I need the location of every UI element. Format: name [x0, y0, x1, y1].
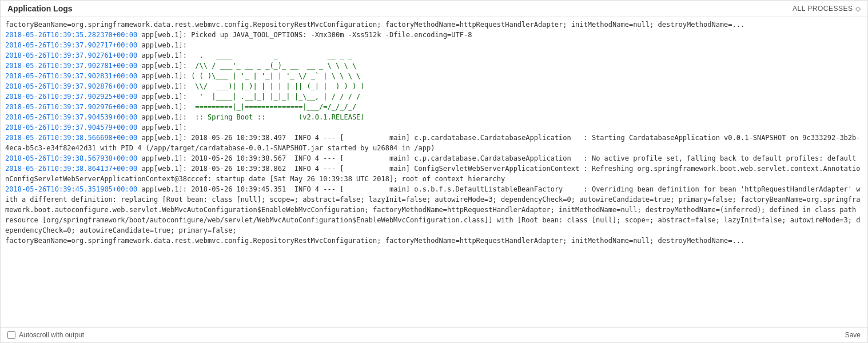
log-process: app[web.1]: — [141, 113, 186, 121]
log-line: 2018-05-26T10:39:37.902976+00:00 app[web… — [5, 102, 863, 112]
header: Application Logs ALL PROCESSES ◇ — [1, 1, 867, 17]
log-container[interactable]: factoryBeanName=org.springframework.data… — [1, 17, 867, 327]
log-line: 2018-05-26T10:39:37.902717+00:00 app[web… — [5, 40, 863, 50]
log-line: 2018-05-26T10:39:45.351905+00:00 app[web… — [5, 184, 863, 236]
log-line: 2018-05-26T10:39:35.282370+00:00 app[web… — [5, 30, 863, 40]
autoscroll-text: Autoscroll with output — [19, 331, 84, 339]
log-line: 2018-05-26T10:39:37.902876+00:00 app[web… — [5, 81, 863, 91]
all-processes-label: ALL PROCESSES — [793, 5, 853, 13]
autoscroll-checkbox[interactable] — [7, 331, 15, 339]
log-timestamp: 2018-05-26T10:39:38.566698+00:00 — [5, 134, 137, 142]
log-line: 2018-05-26T10:39:37.902831+00:00 app[web… — [5, 71, 863, 81]
save-button[interactable]: Save — [845, 331, 861, 339]
log-message: =========|_|==============|___/=/_/_/_/ — [187, 103, 356, 111]
log-process: app[web.1]: — [141, 123, 186, 131]
log-process: app[web.1]: — [141, 51, 186, 59]
log-process: app[web.1]: — [141, 72, 186, 80]
log-timestamp: 2018-05-26T10:39:45.351905+00:00 — [5, 185, 137, 193]
log-process: app[web.1]: — [141, 103, 186, 111]
log-process: app[web.1]: — [141, 165, 186, 173]
log-line: 2018-05-26T10:39:38.566698+00:00 app[web… — [5, 133, 863, 153]
log-line: factoryBeanName=org.springframework.data… — [5, 19, 863, 30]
log-process: app[web.1]: — [141, 154, 186, 162]
log-timestamp: 2018-05-26T10:39:37.902761+00:00 — [5, 51, 137, 59]
log-process: app[web.1]: — [141, 82, 186, 90]
log-process: app[web.1]: — [141, 31, 186, 39]
log-message: :: Spring Boot :: (v2.0.1.RELEASE) — [187, 113, 365, 121]
log-line: 2018-05-26T10:39:37.904579+00:00 app[web… — [5, 122, 863, 133]
log-timestamp: 2018-05-26T10:39:37.902925+00:00 — [5, 93, 137, 101]
log-line: 2018-05-26T10:39:37.902761+00:00 app[web… — [5, 50, 863, 61]
log-timestamp: 2018-05-26T10:39:38.567938+00:00 — [5, 154, 137, 162]
all-processes-button[interactable]: ALL PROCESSES ◇ — [793, 5, 861, 13]
log-line: 2018-05-26T10:39:38.864137+00:00 app[web… — [5, 163, 863, 184]
log-timestamp: 2018-05-26T10:39:37.902976+00:00 — [5, 103, 137, 111]
log-line: factoryBeanName=org.springframework.data… — [5, 236, 863, 246]
log-process: app[web.1]: — [141, 93, 186, 101]
page-title: Application Logs — [7, 4, 73, 13]
log-timestamp: 2018-05-26T10:39:37.904539+00:00 — [5, 113, 137, 121]
log-timestamp: 2018-05-26T10:39:37.902717+00:00 — [5, 41, 137, 49]
chevron-down-icon: ◇ — [855, 5, 861, 13]
log-line: 2018-05-26T10:39:37.902925+00:00 app[web… — [5, 91, 863, 102]
log-line: 2018-05-26T10:39:37.902781+00:00 app[web… — [5, 61, 863, 71]
log-message: ' |____| .__|_| |_|_| |_\__, | / / / / — [187, 93, 360, 101]
log-line: 2018-05-26T10:39:37.904539+00:00 app[web… — [5, 112, 863, 122]
log-process: app[web.1]: — [141, 185, 186, 193]
log-message: 2018-05-26 10:39:38.567 INFO 4 --- [ mai… — [187, 154, 856, 162]
log-message: . ____ _ __ _ _ — [187, 51, 352, 59]
log-timestamp: 2018-05-26T10:39:37.902876+00:00 — [5, 82, 137, 90]
log-timestamp: 2018-05-26T10:39:37.902831+00:00 — [5, 72, 137, 80]
log-message: \\/ ___)| |_)| | | | | || (_| | ) ) ) ) — [187, 82, 365, 90]
app-container: Application Logs ALL PROCESSES ◇ factory… — [0, 0, 868, 343]
log-timestamp: 2018-05-26T10:39:38.864137+00:00 — [5, 165, 137, 173]
autoscroll-label[interactable]: Autoscroll with output — [7, 331, 84, 339]
log-timestamp: 2018-05-26T10:39:37.904579+00:00 — [5, 123, 137, 131]
log-message: Picked up JAVA_TOOL_OPTIONS: -Xmx300m -X… — [187, 31, 472, 39]
log-line: 2018-05-26T10:39:38.567938+00:00 app[web… — [5, 153, 863, 163]
log-process: app[web.1]: — [141, 134, 186, 142]
log-timestamp: 2018-05-26T10:39:35.282370+00:00 — [5, 31, 137, 39]
log-process: app[web.1]: — [141, 62, 186, 70]
log-message: /\\ / ___'_ __ _ _(_)_ __ __ _ \ \ \ \ — [187, 62, 356, 70]
log-process: app[web.1]: — [141, 41, 186, 49]
footer: Autoscroll with output Save — [1, 327, 867, 342]
log-message: ( ( )\___ | '_ | '_| | '_ \/ _` | \ \ \ … — [187, 72, 360, 80]
log-timestamp: 2018-05-26T10:39:37.902781+00:00 — [5, 62, 137, 70]
